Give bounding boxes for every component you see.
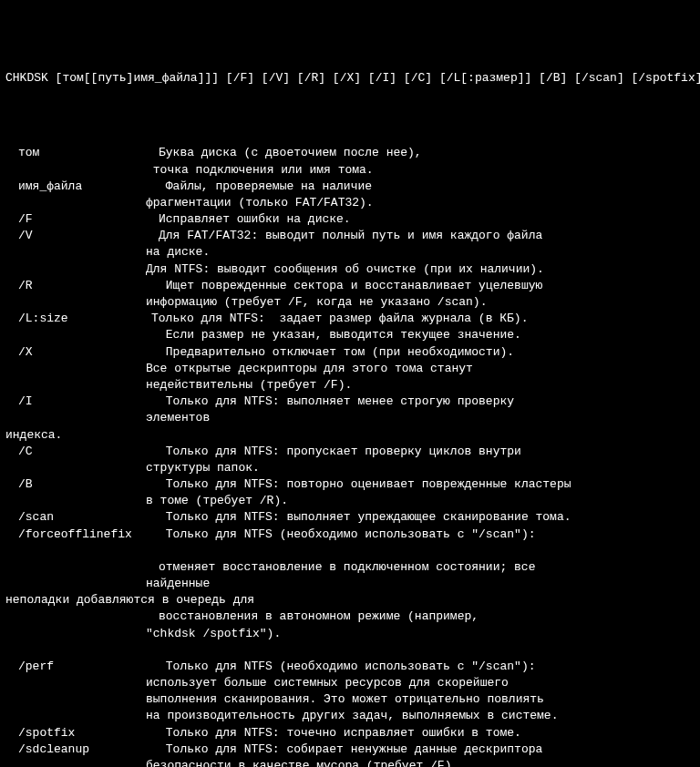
param-name: /X [5, 344, 159, 361]
param-name: /F [5, 211, 159, 228]
param-description: безопасности в качестве мусора (требует … [146, 758, 695, 767]
param-row: /perf Только для NTFS (необходимо исполь… [5, 659, 695, 675]
param-continuation: выполнения сканирования. Это может отриц… [5, 691, 695, 708]
param-continuation: использует больше системных ресурсов для… [5, 675, 695, 691]
param-name: /scan [5, 509, 159, 526]
param-name: /C [5, 444, 159, 460]
param-name: /B [5, 476, 159, 493]
param-name: /I [5, 394, 159, 410]
param-row: отменяет восстановление в подключенном с… [5, 559, 695, 576]
param-description: "chkdsk /spotfix"). [146, 626, 695, 642]
param-description: в томе (требует /R). [146, 493, 695, 509]
param-description: элементов [146, 410, 695, 426]
param-name: /R [5, 278, 159, 294]
param-row: томБуква диска (с двоеточием после нее), [5, 145, 695, 161]
param-row: Если размер не указан, выводится текущее… [5, 327, 695, 343]
param-name [5, 608, 159, 625]
param-description: Только для NTFS (необходимо использовать… [159, 659, 695, 675]
param-row: имя_файла Файлы, проверяемые на наличие [5, 179, 695, 195]
param-description: Только для NTFS: выполняет упреждающее с… [159, 509, 695, 526]
param-description: Только для NTFS: пропускает проверку цик… [159, 444, 695, 460]
param-name [5, 708, 146, 724]
param-description: выполнения сканирования. Это может отриц… [146, 691, 695, 708]
param-name [5, 576, 146, 592]
param-name: /V [5, 228, 159, 244]
param-description: восстановления в автономном режиме (напр… [159, 608, 695, 625]
param-description: использует больше системных ресурсов для… [146, 675, 695, 691]
param-continuation: Для NTFS: выводит сообщения об очистке (… [5, 261, 695, 278]
param-name [5, 559, 159, 576]
param-name: /spotfix [5, 725, 159, 741]
param-continuation: безопасности в качестве мусора (требует … [5, 758, 695, 767]
param-row: /L:sizeТолько для NTFS: задает размер фа… [5, 311, 695, 327]
param-row: /I Только для NTFS: выполняет менее стро… [5, 394, 695, 410]
param-row: /forceofflinefix Только для NTFS (необхо… [5, 527, 695, 543]
param-description: точка подключения или имя тома. [146, 162, 695, 179]
param-row: /R Ищет поврежденные сектора и восстанав… [5, 278, 695, 294]
param-continuation: недействительны (требует /F). [5, 377, 695, 394]
param-description: Если размер не указан, выводится текущее… [159, 327, 695, 343]
param-name: /sdcleanup [5, 741, 159, 758]
param-description: отменяет восстановление в подключенном с… [159, 559, 695, 576]
param-row: /FИсправляет ошибки на диске. [5, 211, 695, 228]
param-name [5, 261, 146, 278]
param-description: Только для NTFS: повторно оценивает повр… [159, 476, 695, 493]
param-continuation: информацию (требует /F, когда не указано… [5, 294, 695, 311]
syntax-line: CHKDSK [том[[путь]имя_файла]]] [/F] [/V]… [5, 70, 695, 87]
param-description: недействительны (требует /F). [146, 377, 695, 394]
param-continuation: структуры папок. [5, 460, 695, 476]
param-continuation: "chkdsk /spotfix"). [5, 626, 695, 642]
param-name [5, 410, 146, 426]
param-continuation: найденные [5, 576, 695, 592]
param-name [5, 493, 146, 509]
param-name: /perf [5, 659, 159, 675]
param-continuation: точка подключения или имя тома. [5, 162, 695, 179]
param-name: /L:size [5, 311, 151, 327]
parameters-list: томБуква диска (с двоеточием после нее),… [5, 145, 695, 767]
param-flush-line: индекса. [5, 427, 695, 444]
param-name [5, 675, 146, 691]
param-description: фрагментации (только FAT/FAT32). [146, 195, 695, 211]
param-continuation: в томе (требует /R). [5, 493, 695, 509]
param-row: /scan Только для NTFS: выполняет упрежда… [5, 509, 695, 526]
param-continuation: Все открытые дескрипторы для этого тома … [5, 361, 695, 377]
param-description: Для FAT/FAT32: выводит полный путь и имя… [159, 228, 695, 244]
param-description: информацию (требует /F, когда не указано… [146, 294, 695, 311]
param-name [5, 244, 146, 261]
param-description: Только для NTFS: собирает ненужные данны… [159, 741, 695, 758]
param-description: на диске. [146, 244, 695, 261]
param-name: том [5, 145, 159, 161]
param-description: структуры папок. [146, 460, 695, 476]
param-row: /spotfix Только для NTFS: точечно исправ… [5, 725, 695, 741]
param-description: Ищет поврежденные сектора и восстанавлив… [159, 278, 695, 294]
param-name: имя_файла [5, 179, 159, 195]
param-description: Только для NTFS (необходимо использовать… [159, 527, 695, 543]
param-description: Для NTFS: выводит сообщения об очистке (… [146, 261, 695, 278]
param-name [5, 294, 146, 311]
param-row: восстановления в автономном режиме (напр… [5, 608, 695, 625]
param-continuation: фрагментации (только FAT/FAT32). [5, 195, 695, 211]
param-description: Только для NTFS: точечно исправляет ошиб… [159, 725, 695, 741]
param-description: найденные [146, 576, 695, 592]
param-name [5, 377, 146, 394]
param-row: /B Только для NTFS: повторно оценивает п… [5, 476, 695, 493]
param-name [5, 195, 146, 211]
param-description: Все открытые дескрипторы для этого тома … [146, 361, 695, 377]
param-name [5, 460, 146, 476]
param-name [5, 758, 146, 767]
param-row: /VДля FAT/FAT32: выводит полный путь и и… [5, 228, 695, 244]
param-name [5, 327, 159, 343]
param-continuation: на диске. [5, 244, 695, 261]
param-description: Буква диска (с двоеточием после нее), [159, 145, 695, 161]
param-description: Только для NTFS: выполняет менее строгую… [159, 394, 695, 410]
param-description: Предварительно отключает том (при необхо… [159, 344, 695, 361]
param-description: Файлы, проверяемые на наличие [159, 179, 695, 195]
blank-line [5, 642, 695, 659]
param-description: Только для NTFS: задает размер файла жур… [151, 311, 695, 327]
param-row: /sdcleanup Только для NTFS: собирает нен… [5, 741, 695, 758]
param-row: /C Только для NTFS: пропускает проверку … [5, 444, 695, 460]
param-continuation: элементов [5, 410, 695, 426]
param-name [5, 162, 146, 179]
param-description: Исправляет ошибки на диске. [159, 211, 695, 228]
param-name: /forceofflinefix [5, 527, 159, 543]
